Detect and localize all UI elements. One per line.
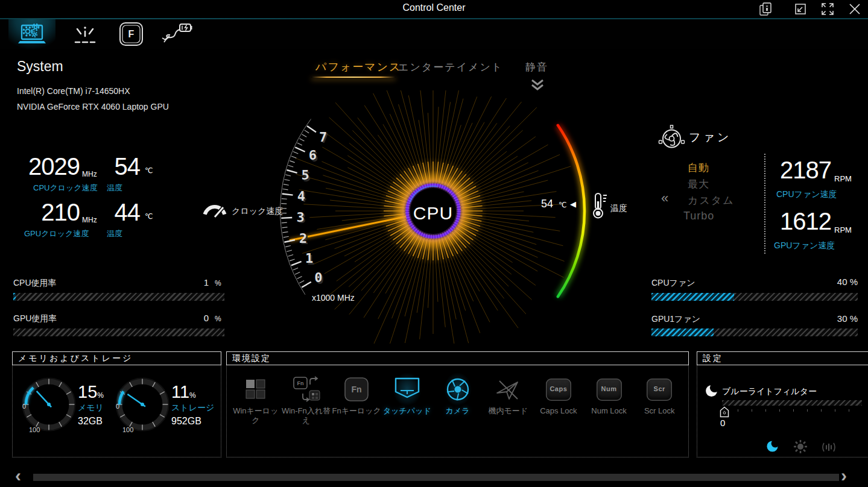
settings-sound-tab[interactable]	[820, 441, 837, 456]
env-item-caps-lock[interactable]: Caps Caps Lock	[533, 372, 584, 426]
settings-brightness-tab[interactable]	[793, 439, 808, 456]
gpu-fan-label: GPUファン速度	[774, 240, 835, 251]
environment-panel-title: 環境設定	[226, 351, 689, 365]
env-item-fn-key-lock[interactable]: Fn Fnキーロック	[331, 372, 382, 426]
env-item-label: タッチパッド	[383, 406, 431, 416]
restore-icon	[793, 2, 808, 16]
svg-text:5: 5	[302, 168, 309, 183]
gpu-usage-value: 0	[193, 313, 209, 323]
cpu-temp-value: 54	[109, 154, 140, 178]
scroll-right-icon[interactable]: ›	[841, 467, 847, 485]
env-item-win-fn-swap[interactable]: Fn Win-Fn入れ替え	[281, 372, 332, 426]
env-item-label: Win-Fn入れ替え	[281, 406, 332, 426]
storage-label: ストレージ	[171, 403, 214, 413]
gpu-clock-unit: MHz	[82, 216, 97, 224]
brightness-icon	[793, 439, 808, 454]
touchpad-icon	[393, 372, 422, 406]
fan-mode-max[interactable]: 最大	[688, 177, 709, 191]
nav-tab-power[interactable]	[159, 19, 195, 49]
tab-entertainment[interactable]: エンターテイメント	[398, 60, 503, 74]
gpu-usage-unit: %	[215, 315, 221, 323]
env-item-label: Num Lock	[591, 406, 627, 416]
fan-mode-custom[interactable]: カスタム	[688, 193, 735, 207]
scroll-left-icon[interactable]: ‹	[15, 467, 21, 485]
nav-bar: F	[0, 19, 868, 49]
cpu-fan-usage-label: CPUファン	[651, 278, 695, 289]
cpu-clock-unit: MHz	[82, 170, 97, 178]
env-item-scr-lock[interactable]: Scr Scr Lock	[634, 372, 685, 426]
memory-storage-panel: メモリおよびストレージ 0 100 15% メモリ 32GB 0 100 11%…	[12, 351, 221, 457]
env-item-label: Winキーロック	[230, 406, 281, 426]
nav-tab-system[interactable]	[8, 19, 55, 49]
svg-text:0: 0	[314, 270, 322, 285]
fn-key-icon: F	[117, 21, 145, 48]
gpu-temp-value: 44	[109, 200, 140, 224]
svg-text:7: 7	[319, 130, 327, 145]
cpu-clock-label: CPUクロック速度	[33, 183, 98, 193]
nav-tab-backlight[interactable]	[70, 19, 100, 49]
fan-mode-turbo[interactable]: Turbo	[683, 210, 714, 222]
env-item-label: Caps Lock	[540, 406, 577, 416]
memory-capacity: 32GB	[78, 416, 104, 427]
gauge-scale-unit: x1000 MHz	[312, 293, 355, 303]
gauge-temp-unit: ℃	[559, 201, 566, 209]
info-button[interactable]	[753, 0, 778, 18]
settings-moon-tab[interactable]	[766, 440, 779, 455]
nav-tab-fn-keys[interactable]: F	[116, 19, 146, 49]
memory-storage-panel-title: メモリおよびストレージ	[12, 351, 221, 365]
info-icon	[758, 1, 773, 17]
tab-quiet[interactable]: 静音	[525, 60, 548, 74]
tab-performance-underline	[311, 77, 396, 78]
cpu-temp-unit: ℃	[145, 166, 153, 175]
gpu-name: NVIDIA GeForce RTX 4060 Laptop GPU	[17, 102, 169, 112]
env-item-win-key-lock[interactable]: Winキーロック	[230, 372, 281, 426]
thermometer-icon	[589, 192, 609, 221]
svg-text:Fn: Fn	[297, 380, 303, 386]
gpu-temp-unit: ℃	[145, 212, 153, 221]
restore-button[interactable]	[788, 0, 813, 18]
blue-light-moon-icon	[705, 384, 718, 400]
gpu-fan-usage-label: GPU1ファン	[651, 314, 700, 325]
fan-mode-auto[interactable]: 自動	[688, 161, 709, 175]
storage-percent: 11	[171, 382, 189, 401]
env-item-camera[interactable]: カメラ	[432, 372, 483, 426]
cpu-fan-rpm-unit: RPM	[834, 174, 852, 183]
env-item-airplane-mode[interactable]: 機内モード	[483, 372, 533, 426]
maximize-button[interactable]	[815, 0, 840, 18]
page-title: System	[17, 58, 63, 75]
cpu-fan-rpm-value: 2187	[778, 158, 831, 182]
env-item-label: 機内モード	[488, 406, 528, 416]
tab-performance[interactable]: パフォーマンス	[315, 60, 402, 74]
fan-title: ファン	[689, 130, 731, 145]
blue-light-slider-track[interactable]	[722, 400, 862, 406]
memory-usage-gauge: 0 100	[19, 374, 79, 435]
gpu-fan-rpm-unit: RPM	[834, 225, 852, 234]
close-button[interactable]	[842, 0, 867, 18]
storage-percent-unit: %	[189, 391, 196, 400]
environment-items-row: Winキーロック Fn Win-Fn入れ替	[230, 372, 685, 426]
airplane-mode-icon	[493, 372, 522, 406]
fan-custom-expander-icon[interactable]: «	[661, 190, 668, 206]
cpu-usage-bar-fill	[13, 293, 16, 301]
env-item-touchpad[interactable]: タッチパッド	[382, 372, 432, 426]
cpu-temp-label: 温度	[107, 183, 122, 193]
caps-lock-key-icon: Caps	[546, 372, 571, 406]
memory-gauge-max-label: 100	[29, 426, 40, 433]
power-adapter-icon	[160, 22, 194, 47]
cpu-fan-label: CPUファン速度	[776, 189, 837, 200]
gpu-usage-bar	[13, 328, 224, 336]
temp-pointer-label: 温度	[610, 203, 627, 214]
maximize-icon	[820, 2, 835, 16]
scr-lock-key-icon: Scr	[647, 372, 672, 406]
horizontal-scrollbar-thumb[interactable]	[33, 474, 839, 481]
storage-capacity: 952GB	[171, 416, 214, 427]
temp-pointer-triangle-icon: ◀	[570, 200, 576, 209]
fan-icon	[657, 124, 686, 151]
env-item-num-lock[interactable]: Num Num Lock	[584, 372, 635, 426]
cpu-usage-bar	[13, 293, 224, 301]
keyboard-backlight-icon	[71, 22, 100, 46]
svg-text:3: 3	[297, 210, 305, 225]
cpu-fan-usage-bar	[651, 293, 858, 301]
blue-light-value: 0	[720, 418, 725, 428]
svg-text:1: 1	[305, 251, 313, 266]
